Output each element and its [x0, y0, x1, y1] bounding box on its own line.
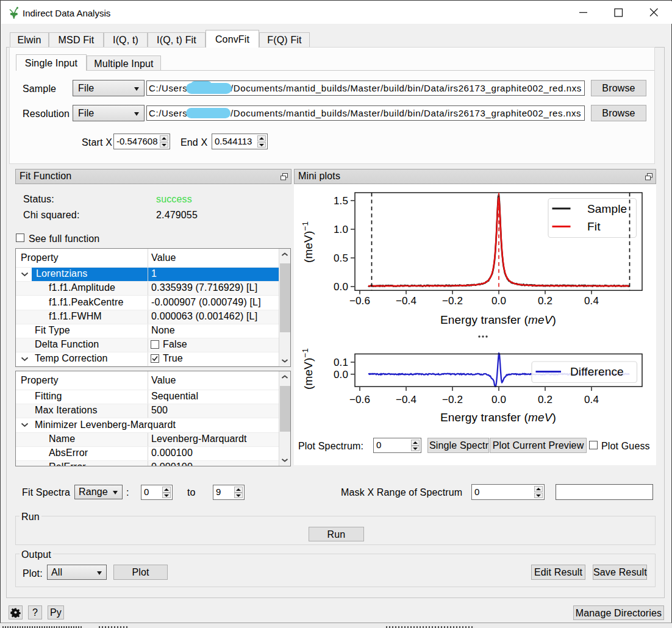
svg-text:−0.2: −0.2	[442, 394, 463, 405]
svg-text:Difference: Difference	[570, 365, 624, 378]
svg-text:0.2: 0.2	[538, 394, 552, 405]
svg-text:(meV)−1: (meV)−1	[301, 348, 315, 390]
svg-text:0.1: 0.1	[334, 357, 348, 368]
svg-text:0.2: 0.2	[538, 295, 552, 307]
svg-text:0.0: 0.0	[491, 394, 506, 405]
svg-text:−0.6: −0.6	[349, 295, 370, 307]
svg-text:0.0: 0.0	[334, 369, 348, 380]
svg-text:0.5: 0.5	[334, 252, 348, 264]
svg-text:Fit: Fit	[587, 220, 601, 233]
svg-text:1.0: 1.0	[334, 224, 348, 235]
svg-text:(meV)−1: (meV)−1	[301, 221, 315, 263]
svg-text:−0.4: −0.4	[396, 394, 416, 405]
svg-text:0.0: 0.0	[491, 295, 506, 307]
svg-text:−0.6: −0.6	[349, 394, 370, 405]
svg-text:Energy transfer (meV): Energy transfer (meV)	[440, 313, 556, 326]
svg-text:Energy transfer (meV): Energy transfer (meV)	[440, 411, 556, 424]
svg-text:−0.4: −0.4	[396, 295, 416, 307]
svg-text:0.4: 0.4	[584, 394, 599, 405]
svg-text:−0.2: −0.2	[442, 295, 463, 307]
svg-text:Sample: Sample	[587, 202, 627, 215]
svg-text:0.0: 0.0	[334, 281, 348, 293]
svg-text:1.5: 1.5	[334, 195, 348, 207]
svg-text:0.4: 0.4	[584, 295, 599, 307]
